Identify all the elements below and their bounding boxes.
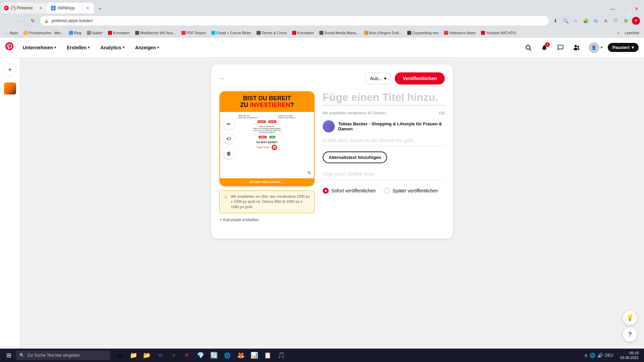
alt-text-button[interactable]: Alternativtext hinzufügen — [323, 152, 387, 163]
minimize-button[interactable]: — — [608, 4, 617, 13]
messages-button[interactable] — [554, 41, 567, 54]
lightbulb-fab[interactable]: 💡 — [623, 310, 637, 325]
dinner-icon — [257, 31, 261, 35]
taskbar-search[interactable]: 🔍 Zur Suche Text hier eingeben — [16, 351, 110, 360]
nav-anzeigen-label: Anzeigen — [135, 45, 156, 50]
download-icon[interactable]: ⬇ — [551, 17, 559, 25]
more-bookmarks-button[interactable]: » — [615, 30, 621, 36]
profile-button[interactable]: 👤 ▾ — [586, 41, 605, 54]
help-fab[interactable]: ? — [623, 327, 637, 342]
bookmark-star-icon[interactable]: ☆ — [572, 17, 580, 25]
nav-erstellen[interactable]: Erstellen ▾ — [63, 42, 94, 53]
file-explorer-button[interactable]: 📁 — [127, 349, 140, 361]
author-avatar — [323, 120, 335, 132]
nav-unternehmen[interactable]: Unternehmen ▾ — [19, 42, 60, 53]
delete-button[interactable]: 🗑 — [223, 148, 234, 159]
excel-button[interactable]: X — [168, 349, 180, 361]
title-input[interactable]: Füge einen Titel hinzu. — [323, 91, 445, 106]
alerts-button[interactable] — [570, 41, 583, 54]
start-button[interactable]: ⊞ — [3, 349, 15, 361]
battery-icon[interactable]: DEU — [605, 353, 613, 358]
bookmark-youtube[interactable]: Youtube WICHTIG — [479, 30, 519, 36]
bookmark-produktsuche[interactable]: Produktsuche - Mer... — [21, 30, 66, 36]
spotify-button[interactable]: 🎵 — [275, 349, 287, 361]
publish-later-option[interactable]: Später veröffentlichen — [384, 188, 438, 194]
powerpoint-button[interactable]: P — [181, 349, 193, 361]
bookmark-dinner[interactable]: Dinner & Crime — [255, 30, 289, 36]
paused-button[interactable]: Pausiert ▾ — [608, 43, 639, 52]
taskbar-app-10[interactable]: 📊 — [248, 349, 260, 361]
bookmark-blog[interactable]: Blog — [67, 30, 84, 36]
forward-button[interactable]: → — [16, 16, 25, 25]
notifications-button[interactable]: 7 — [538, 41, 551, 54]
produktsuche-icon — [23, 31, 28, 35]
taskbar-app-7[interactable]: 🔄 — [208, 349, 220, 361]
profile-chevron: ▾ — [601, 46, 602, 49]
publish-later-radio[interactable] — [384, 188, 390, 194]
search-button[interactable] — [522, 41, 535, 54]
system-clock[interactable]: 09:18 03.06.2021 — [618, 351, 641, 360]
task-view-button[interactable]: ⧉ — [114, 349, 126, 361]
bookmark-spaeter[interactable]: Später — [85, 30, 105, 36]
svg-point-0 — [526, 45, 530, 49]
new-tab-button[interactable]: + — [95, 4, 105, 13]
board-selector[interactable]: Aus... ▾ — [366, 73, 391, 84]
carousel-create-button[interactable]: + Karussell erstellen — [219, 217, 315, 222]
pin-card: ··· Aus... ▾ Veröffentlichen — [211, 64, 453, 239]
bois-label: Bois d'Argent Duft... — [369, 31, 402, 35]
pinterest-logo[interactable] — [5, 42, 13, 53]
bookmark-kursideen2[interactable]: Kursideen — [290, 30, 316, 36]
publish-button[interactable]: Veröffentlichen — [395, 72, 445, 84]
paused-chevron: ▾ — [632, 45, 634, 50]
shield-icon[interactable]: 🛡 — [612, 17, 620, 25]
extensions-icon[interactable]: 🧩 — [582, 17, 590, 25]
tab-pinterest[interactable]: P (7) Pinterest ✕ — [0, 3, 47, 13]
publish-now-radio[interactable] — [323, 188, 329, 194]
edit-cursor-overlay[interactable]: ✎ — [307, 170, 311, 176]
maximize-button[interactable]: ⬜ — [620, 4, 629, 13]
bookmark-apps[interactable]: ⋮⋮ Apps — [3, 30, 20, 36]
link-input[interactable]: Füge einen Ziellink hinzu — [323, 171, 445, 180]
url-bar[interactable]: 🔒 pinterest.at/pin-builder/ — [40, 16, 549, 25]
bookmark-social[interactable]: Social Media Mana... — [317, 30, 361, 36]
bookmark-pdf[interactable]: PDF Report — [179, 30, 208, 36]
bookmark-wahlfaecher[interactable]: Wahlfächer WU Aus... — [133, 30, 178, 36]
profile-avatar: 👤 — [589, 42, 599, 53]
taskbar-app-11[interactable]: 📋 — [262, 349, 274, 361]
chrome-button[interactable]: 🌐 — [221, 349, 233, 361]
taskbar-app-6[interactable]: 💎 — [195, 349, 207, 361]
bookmark-bois[interactable]: Bois d'Argent Duft... — [362, 30, 404, 36]
reload-button[interactable]: ↻ — [28, 16, 38, 25]
back-button[interactable]: ← — [4, 16, 13, 25]
nav-anzeigen[interactable]: Anzeigen ▾ — [131, 42, 163, 53]
user-profile-icon[interactable]: P — [632, 17, 640, 25]
bookmark-canva[interactable]: Cload + Canva Bilder — [209, 30, 253, 36]
more-options-button[interactable]: ··· — [219, 75, 224, 82]
tray-expand-icon[interactable]: ∧ — [584, 353, 588, 358]
tag-button[interactable]: 🏷 — [223, 133, 234, 144]
edge-button[interactable]: 🦊 — [235, 349, 247, 361]
awwapp-tab-close[interactable]: ✕ — [86, 5, 90, 11]
edit-pencil-button[interactable]: ✏ — [223, 119, 234, 129]
publish-now-option[interactable]: Sofort veröffentlichen — [323, 188, 376, 194]
volume-icon[interactable]: 🔊 — [597, 353, 603, 358]
sidebar-thumbnail[interactable] — [3, 82, 17, 95]
sidebar-add-button[interactable]: + — [3, 63, 17, 76]
description-input[interactable]: Erzähl allen, worum es bei deinem Pin ge… — [323, 138, 445, 146]
blog-icon — [69, 31, 73, 35]
pinterest-tab-close[interactable]: ✕ — [39, 5, 43, 11]
bookmark-kursideen[interactable]: Kursideen — [106, 30, 132, 36]
leseliste-button[interactable]: Leseliste — [623, 30, 641, 36]
search-zoom-icon[interactable]: 🔍 — [561, 17, 570, 25]
nav-analytics[interactable]: Analytics ▾ — [96, 42, 128, 53]
bookmark-copywriting[interactable]: Copywriting neu — [405, 30, 441, 36]
settings-icon[interactable]: ⚙ — [622, 17, 630, 25]
profile-icon-iq[interactable]: IQ — [592, 17, 600, 25]
network-icon[interactable]: 🌐 — [590, 353, 595, 358]
word-button[interactable]: W — [154, 349, 166, 361]
taskbar-app-2[interactable]: 📂 — [141, 349, 153, 361]
tab-awwapp[interactable]: A AWWApp ✕ — [47, 3, 94, 13]
close-button[interactable]: ✕ — [632, 4, 641, 13]
translate-icon[interactable]: A — [602, 17, 610, 25]
bookmark-videokurs[interactable]: Videokurs Ideen — [442, 30, 478, 36]
